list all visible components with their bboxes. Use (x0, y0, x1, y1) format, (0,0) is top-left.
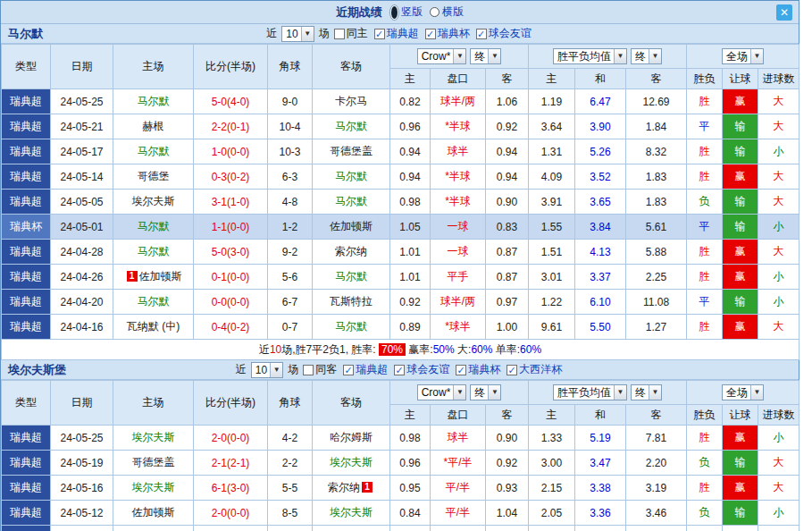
final-avg-select[interactable]: 终▼ (631, 384, 662, 400)
col-win: 主 (529, 405, 575, 426)
match-count-select[interactable]: 10▼ (281, 26, 314, 42)
cell-handicap: *球半 (431, 315, 486, 340)
cell-corners: 2-2 (268, 451, 313, 476)
fulltime-select-value: 全场 (726, 49, 750, 64)
cell-date: 24-05-25 (51, 426, 113, 451)
cell-handicap-result: 输 (723, 139, 758, 164)
cell-handicap-result: 输 (723, 451, 758, 476)
match-row: 瑞典超 (2, 526, 799, 531)
cell-handicap-result: 赢 (723, 89, 758, 114)
horizontal-layout-radio[interactable] (430, 7, 439, 17)
cell-home-team: 埃尔夫斯 (113, 426, 194, 451)
same-venue-checkbox[interactable]: 同客 (303, 362, 337, 377)
cell-goals: 小 (758, 265, 799, 290)
cell-date: 24-04-16 (51, 315, 113, 340)
cell-league: 瑞典超 (2, 114, 51, 139)
league-checkbox[interactable]: ✓大西洋杯 (506, 362, 562, 377)
team-name: 赫根 (143, 120, 164, 132)
cell-league: 瑞典超 (2, 426, 51, 451)
near-label: 近 (266, 26, 277, 41)
cell-result: 平 (687, 290, 723, 315)
cell-goals: 大 (758, 164, 799, 190)
cell-corners: 1-2 (268, 215, 313, 240)
cell-league: 瑞典超 (2, 476, 51, 501)
league-checkbox[interactable]: ✓瑞典杯 (425, 26, 470, 41)
cell-handicap: 一球 (431, 215, 486, 240)
cell-league: 瑞典超 (2, 315, 51, 340)
cell-away-team: 埃尔夫斯 (313, 501, 390, 526)
cell-corners: 6-7 (268, 290, 313, 315)
cell-result: 胜 (687, 426, 723, 451)
cell-draw-odds: 3.84 (575, 215, 626, 240)
company-select[interactable]: Crow*▼ (417, 384, 467, 400)
league-checkbox[interactable]: ✓瑞典超 (343, 362, 388, 377)
cell-handicap-result: 输 (723, 114, 758, 139)
final-avg-select[interactable]: 终▼ (631, 48, 662, 64)
cell-away-odds: 0.93 (486, 476, 529, 501)
avg-select[interactable]: 胜平负均值▼ (553, 384, 627, 400)
league-checkbox-label: 瑞典杯 (438, 26, 470, 41)
cell-lose-odds: 3.19 (626, 476, 687, 501)
cell-corners: 9-2 (268, 240, 313, 265)
cell-corners: 10-3 (268, 139, 313, 164)
same-venue-checkbox-label: 同主 (347, 26, 368, 41)
company-select[interactable]: Crow*▼ (417, 48, 467, 64)
cell-result: 平 (687, 114, 723, 139)
col-let: 让球 (723, 69, 758, 89)
chevron-down-icon: ▼ (649, 49, 661, 63)
close-button[interactable]: ✕ (776, 4, 792, 21)
league-checkbox[interactable]: ✓瑞典杯 (456, 362, 500, 377)
team-section-header: 埃尔夫斯堡 近10▼场同客✓瑞典超✓球会友谊✓瑞典杯✓大西洋杯 (1, 360, 799, 380)
avg-select[interactable]: 胜平负均值▼ (553, 48, 627, 64)
cell-date: 24-05-21 (51, 114, 113, 139)
team-name: 佐加顿斯 (330, 220, 373, 232)
horizontal-layout-label[interactable]: 横版 (442, 4, 464, 20)
league-checkbox[interactable]: ✓瑞典超 (374, 26, 419, 41)
team-name: 马尔默 (335, 195, 367, 207)
cell-handicap-result: 赢 (723, 164, 758, 190)
odds-company-header: Crow*▼终▼ (390, 381, 529, 405)
cell-lose-odds: 1.27 (626, 315, 687, 340)
cell-home-team: 哥德堡 (113, 164, 194, 190)
dialog-panel: 近期战绩 竖版 横版 ✕ 马尔默 近10▼场同主✓瑞典超✓瑞典杯✓球会友谊 类型… (0, 0, 799, 531)
col-draw: 和 (575, 405, 626, 426)
league-checkbox[interactable]: ✓球会友谊 (476, 26, 532, 41)
chevron-down-icon: ▼ (453, 385, 465, 400)
vertical-layout-radio[interactable] (389, 4, 399, 21)
cell-score: 5-0(4-0) (194, 89, 268, 114)
vertical-layout-label[interactable]: 竖版 (401, 4, 423, 20)
col-score: 比分(半场) (194, 381, 268, 426)
filter-bar: 近10▼场同主✓瑞典超✓瑞典杯✓球会友谊 (266, 26, 532, 42)
chevron-down-icon: ▼ (270, 363, 282, 377)
titlebar: 近期战绩 竖版 横版 ✕ (1, 1, 799, 24)
team-name: 埃尔夫斯 (132, 431, 175, 443)
cell-away-odds (486, 526, 529, 531)
cell-score (194, 526, 268, 531)
match-count-select[interactable]: 10▼ (251, 362, 283, 378)
final-odds-select[interactable]: 终▼ (470, 48, 501, 64)
team-name: 马尔默 (335, 270, 367, 282)
fulltime-select[interactable]: 全场▼ (722, 384, 764, 400)
cell-draw-odds: 3.90 (575, 114, 626, 139)
cell-lose-odds: 1.84 (626, 114, 687, 139)
cell-corners: 0-7 (268, 315, 313, 340)
cell-score: 5-0(3-0) (194, 240, 268, 265)
fulltime-select[interactable]: 全场▼ (722, 48, 764, 64)
cell-draw-odds: 4.13 (575, 240, 626, 265)
red-card-badge: 1 (362, 482, 373, 493)
cell-handicap: 平/半 (431, 476, 486, 501)
cell-goals: 大 (758, 476, 799, 501)
filter-bar: 近10▼场同客✓瑞典超✓球会友谊✓瑞典杯✓大西洋杯 (236, 362, 564, 378)
league-checkbox[interactable]: ✓球会友谊 (394, 362, 449, 377)
summary-cell: 近10场,胜7平2负1, 胜率: 70% 赢率:50% 大:60% 单率:60% (2, 340, 799, 360)
final-odds-select[interactable]: 终▼ (470, 384, 501, 400)
cell-goals: 大 (758, 114, 799, 139)
cell-result: 负 (687, 451, 723, 476)
cell-away-team: 哈尔姆斯 (313, 426, 390, 451)
cell-away-team: 索尔纳1 (313, 476, 390, 501)
cell-handicap-result: 输 (723, 190, 758, 215)
same-venue-checkbox[interactable]: 同主 (334, 26, 368, 41)
cell-goals: 小 (758, 139, 799, 164)
cell-lose-odds: 1.83 (626, 164, 687, 190)
col-let: 让球 (723, 405, 758, 426)
